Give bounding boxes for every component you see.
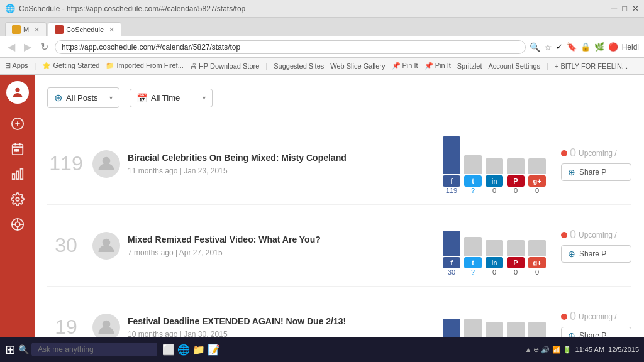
bar-tw-2 <box>464 319 482 337</box>
ext-icon-2[interactable]: 🔖 <box>567 42 577 52</box>
bar-pi-0 <box>507 158 525 174</box>
post-rank-1: 30 <box>47 234 85 257</box>
share-label-1: Share P <box>579 250 606 258</box>
svg-point-15 <box>15 222 19 226</box>
bar-tw-fill-0 <box>464 155 482 174</box>
ext-icon-4[interactable]: 🌿 <box>594 42 604 52</box>
post-avatar-1 <box>92 232 120 260</box>
upcoming-count-0: 0 <box>570 146 576 160</box>
pi-count-1: 0 <box>507 268 525 276</box>
taskbar-icons: ▲ ⊕ 🔊 📶 🔋 <box>525 346 571 354</box>
taskbar-word-icon[interactable]: 📝 <box>208 344 220 356</box>
sidebar-settings-icon[interactable] <box>6 188 29 211</box>
upcoming-label-1: Upcoming / <box>579 231 617 239</box>
wordpress-icon: ⊕ <box>54 92 62 104</box>
forward-button[interactable]: ▶ <box>21 40 34 54</box>
post-title-0[interactable]: Biracial Celebrities On Being Mixed: Mis… <box>128 152 433 163</box>
post-avatar-0 <box>92 150 120 178</box>
tw-count-0: ? <box>464 187 482 194</box>
time-range-filter[interactable]: 📅 All Time Last 30 Days Last 7 Days ▾ <box>130 89 213 107</box>
bar-icons-1: f t in P g+ <box>443 257 546 268</box>
tab-coschedule[interactable]: CoSchedule ✕ <box>48 22 121 36</box>
time-range-select[interactable]: All Time Last 30 Days Last 7 Days <box>151 93 199 102</box>
bitly-bookmark[interactable]: + BITLY FOR FEELIN... <box>555 62 628 70</box>
ext-icon-1[interactable]: ✓ <box>556 42 563 52</box>
upcoming-section-1: 0 Upcoming / ⊕ Share P <box>556 228 631 263</box>
post-rank-0: 119 <box>47 152 85 175</box>
svg-rect-8 <box>14 150 16 151</box>
suggested-bookmark[interactable]: Suggested Sites <box>274 62 324 70</box>
minimize-btn[interactable]: ─ <box>611 4 617 13</box>
post-row-0: 119 Biracial Celebrities On Being Mixed:… <box>47 123 631 205</box>
svg-rect-12 <box>20 169 23 180</box>
sidebar-network-icon[interactable] <box>6 213 29 236</box>
ext-icon-3[interactable]: 🔒 <box>580 42 591 52</box>
pi-count-0: 0 <box>507 187 525 194</box>
pinit2-bookmark[interactable]: 📌 Pin It <box>425 62 451 70</box>
post-title-2[interactable]: Festival Deadline EXTENDED AGAIN! Now Du… <box>128 315 433 327</box>
title-bar: 🌐 CoSchedule - https://app.coschedule.co… <box>0 0 644 18</box>
ext-icon-5[interactable]: 🔴 <box>608 42 618 52</box>
upcoming-header-0: 0 Upcoming / <box>561 146 631 160</box>
post-type-select[interactable]: All Posts Blog Posts Pages <box>66 93 106 102</box>
share-button-0[interactable]: ⊕ Share P <box>561 163 631 181</box>
taskbar-file-icon[interactable]: 📁 <box>192 344 205 356</box>
back-button[interactable]: ◀ <box>5 40 18 54</box>
pinit1-bookmark[interactable]: 📌 Pin It <box>392 62 418 70</box>
post-type-filter[interactable]: ⊕ All Posts Blog Posts Pages ▾ <box>47 87 119 108</box>
fb-icon-0: f <box>443 175 460 187</box>
bar-pi-1 <box>507 240 525 256</box>
sidebar-stats-icon[interactable] <box>6 163 29 185</box>
li-count-0: 0 <box>486 187 503 194</box>
sidebar-add-icon[interactable] <box>6 112 29 135</box>
bar-tw-fill-1 <box>464 237 482 256</box>
taskbar-date: 12/5/2015 <box>608 346 639 353</box>
tab-icon-coschedule <box>55 25 64 34</box>
avatar[interactable] <box>6 81 29 104</box>
gp-count-0: 0 <box>528 187 546 194</box>
webslice-bookmark[interactable]: Web Slice Gallery <box>330 62 385 70</box>
task-view-icon[interactable]: ⬜ <box>162 344 175 356</box>
taskbar-search-input[interactable] <box>31 343 157 356</box>
share-button-1[interactable]: ⊕ Share P <box>561 245 631 263</box>
tab-gmail[interactable]: M ✕ <box>5 22 47 36</box>
gp-icon-1: g+ <box>528 257 546 268</box>
pi-icon-0: P <box>507 175 525 187</box>
start-button[interactable]: ⊞ <box>5 342 16 357</box>
main-content: ⊕ All Posts Blog Posts Pages ▾ 📅 All Tim… <box>35 75 644 362</box>
apps-bookmark[interactable]: ⊞ Apps <box>5 62 28 70</box>
bar-li-fill-0 <box>486 158 503 174</box>
imported-bookmark[interactable]: 📁 Imported From Firef... <box>106 62 183 70</box>
filters-bar: ⊕ All Posts Blog Posts Pages ▾ 📅 All Tim… <box>47 87 631 108</box>
bar-gp-fill-1 <box>528 240 546 256</box>
search-icon: 🔍 <box>530 42 540 52</box>
bar-icons-0: f t in P g+ <box>443 175 546 187</box>
bar-gp-1 <box>528 240 546 256</box>
hp-bookmark[interactable]: 🖨 HP Download Store <box>190 62 259 70</box>
bar-pi-fill-1 <box>507 240 525 256</box>
sidebar <box>0 75 35 362</box>
getting-started-bookmark[interactable]: ⭐ Getting Started <box>42 62 99 70</box>
refresh-button[interactable]: ↻ <box>38 40 51 54</box>
taskbar-system-tray: ▲ ⊕ 🔊 📶 🔋 11:45 AM 12/5/2015 <box>525 346 639 354</box>
bar-gp-fill-0 <box>528 158 546 174</box>
tab-close-gmail[interactable]: ✕ <box>34 26 40 34</box>
url-input[interactable] <box>55 40 526 54</box>
bar-pi-fill-2 <box>507 322 525 337</box>
account-bookmark[interactable]: Account Settings <box>489 62 541 70</box>
maximize-btn[interactable]: □ <box>622 4 627 13</box>
taskbar-edge-icon[interactable]: 🌐 <box>177 344 190 356</box>
star-icon[interactable]: ☆ <box>544 42 552 52</box>
bar-li-1 <box>486 240 503 256</box>
bar-li-fill-1 <box>486 240 503 256</box>
tab-icon-gmail <box>12 25 21 34</box>
post-title-1[interactable]: Mixed Remixed Festival Video: What Are Y… <box>128 234 433 245</box>
post-meta-0: 11 months ago | Jan 23, 2015 <box>128 167 433 175</box>
close-btn[interactable]: ✕ <box>632 4 639 13</box>
post-row-1: 30 Mixed Remixed Festival Video: What Ar… <box>47 205 631 287</box>
bookmarks-bar: ⊞ Apps | ⭐ Getting Started 📁 Imported Fr… <box>0 58 644 74</box>
sidebar-calendar-icon[interactable] <box>6 138 29 160</box>
spritzlet-bookmark[interactable]: Spritzlet <box>457 62 482 70</box>
bar-gp-0 <box>528 158 546 174</box>
tab-close-coschedule[interactable]: ✕ <box>109 26 114 34</box>
